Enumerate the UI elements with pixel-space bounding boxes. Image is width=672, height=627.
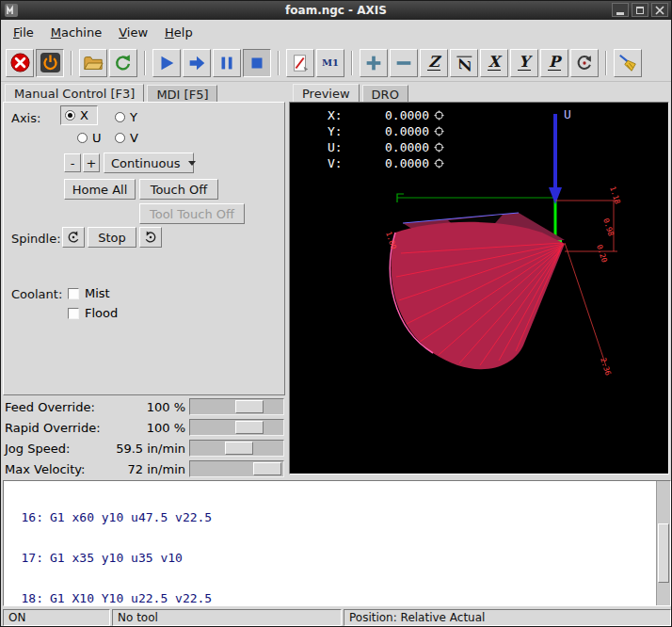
toolbar-separator — [144, 51, 146, 75]
radio-u-indicator — [77, 133, 88, 143]
zoom-in-button[interactable] — [360, 49, 388, 77]
homed-icon — [434, 142, 444, 153]
view-z-rotated-button[interactable]: Z — [450, 49, 478, 77]
zoom-in-icon — [363, 53, 384, 73]
view-z-button[interactable]: Z — [420, 49, 448, 77]
rotate-view-icon — [574, 53, 595, 73]
menu-file[interactable]: File — [5, 22, 42, 43]
estop-button[interactable] — [6, 49, 34, 77]
tab-preview[interactable]: Preview — [293, 84, 360, 104]
pause-button[interactable] — [213, 49, 241, 77]
zoom-out-button[interactable] — [390, 49, 418, 77]
maximize-icon — [636, 7, 644, 14]
clear-plot-button[interactable] — [614, 49, 642, 77]
view-y-button[interactable]: Y — [510, 49, 538, 77]
position-mode-status: Position: Relative Actual — [344, 609, 671, 626]
max-velocity-value: 72 in/min — [84, 462, 185, 476]
titlebar[interactable]: foam.ngc - AXIS — [1, 1, 671, 20]
flood-checkbox[interactable]: Flood — [68, 306, 118, 320]
view-p-button[interactable]: P — [540, 49, 568, 77]
svg-text:0.20: 0.20 — [595, 244, 609, 264]
rapid-override-slider[interactable] — [189, 419, 284, 436]
jog-mode-select[interactable]: Continuous — [104, 153, 194, 173]
rotate-view-button[interactable] — [570, 49, 599, 77]
axis-radio-y[interactable]: Y — [115, 110, 137, 124]
optional-stop-button[interactable]: M1 — [316, 49, 344, 77]
axis-radio-u[interactable]: U — [77, 131, 102, 145]
window-title: foam.ngc - AXIS — [1, 1, 671, 20]
menu-machine[interactable]: Machine — [42, 22, 110, 43]
open-file-button[interactable] — [79, 49, 107, 77]
gcode-text[interactable]: 16:G1 x60 y10 u47.5 v22.5 17:G1 x35 y10 … — [4, 481, 656, 605]
axis-window: foam.ngc - AXIS File Machine View Help — [0, 0, 672, 627]
axis-u-label: U — [564, 107, 571, 121]
tab-mdi[interactable]: MDI [F5] — [147, 85, 217, 103]
touch-off-button[interactable]: Touch Off — [139, 179, 218, 200]
stop-icon — [247, 53, 267, 73]
tab-manual-control[interactable]: Manual Control [F3] — [5, 84, 144, 104]
radio-v-indicator — [115, 133, 125, 143]
spindle-forward-button[interactable] — [139, 227, 162, 248]
pause-icon — [216, 53, 237, 73]
max-velocity-slider[interactable] — [189, 460, 284, 477]
reload-icon — [113, 53, 134, 73]
home-all-button[interactable]: Home All — [64, 179, 136, 200]
mist-checkbox-box — [68, 288, 79, 299]
reload-button[interactable] — [109, 49, 137, 77]
close-icon — [655, 6, 664, 15]
maximize-button[interactable] — [632, 3, 648, 17]
view-x-button[interactable]: X — [480, 49, 508, 77]
gcode-scrollbar-thumb[interactable] — [658, 523, 669, 583]
preview-canvas[interactable]: U 1.18 0.98 0.20 2.36 1.00 X:0.0000 Y:0.… — [289, 102, 669, 474]
statusbar: ON No tool Position: Relative Actual — [3, 609, 671, 626]
step-icon — [186, 53, 207, 73]
step-button[interactable] — [183, 49, 211, 77]
jog-minus-button[interactable]: - — [64, 153, 81, 172]
jog-speed-slider[interactable] — [189, 440, 284, 457]
open-folder-icon — [83, 53, 104, 73]
rapid-override-row: Rapid Override: 100 % — [1, 417, 285, 438]
jog-speed-handle[interactable] — [225, 442, 253, 455]
gcode-listing: 16:G1 x60 y10 u47.5 v22.5 17:G1 x35 y10 … — [3, 480, 671, 606]
spindle-label: Spindle: — [11, 232, 61, 246]
mist-checkbox[interactable]: Mist — [68, 286, 110, 300]
gcode-line[interactable]: 16:G1 x60 y10 u47.5 v22.5 — [15, 511, 656, 524]
tab-dro[interactable]: DRO — [362, 85, 408, 103]
gcode-line[interactable]: 17:G1 x35 y10 u35 v10 — [15, 552, 656, 565]
gcode-line[interactable]: 18:G1 X10 Y10 u22.5 v22.5 — [15, 592, 656, 605]
clear-plot-icon — [617, 53, 638, 73]
machine-power-button[interactable] — [36, 49, 64, 77]
feed-override-handle[interactable] — [235, 400, 264, 413]
power-icon — [40, 52, 61, 73]
coolant-label: Coolant: — [11, 287, 62, 301]
run-icon — [156, 53, 177, 73]
close-button[interactable] — [651, 3, 668, 17]
spindle-stop-button[interactable]: Stop — [88, 227, 136, 248]
tool-status: No tool — [112, 609, 342, 626]
max-velocity-handle[interactable] — [253, 462, 281, 475]
menu-view[interactable]: View — [110, 22, 156, 43]
skip-lines-icon — [290, 53, 311, 73]
zoom-out-icon — [393, 53, 414, 73]
axis-radio-x[interactable]: X — [60, 105, 98, 125]
rapid-override-handle[interactable] — [235, 421, 264, 434]
minimize-button[interactable] — [612, 3, 629, 17]
menu-help[interactable]: Help — [156, 22, 201, 43]
feed-override-slider[interactable] — [189, 398, 284, 415]
minimize-icon — [616, 12, 624, 15]
view-y-icon: Y — [518, 55, 530, 71]
dro-row-u: U:0.0000 — [328, 139, 444, 155]
estop-icon — [9, 52, 31, 73]
run-button[interactable] — [152, 49, 181, 77]
stop-button[interactable] — [243, 49, 271, 77]
gcode-scrollbar[interactable] — [656, 481, 670, 605]
skip-lines-button[interactable] — [286, 49, 314, 77]
window-icon — [5, 4, 18, 17]
feed-override-label: Feed Override: — [5, 400, 95, 414]
axis-radio-v[interactable]: V — [115, 131, 138, 145]
dro-row-y: Y:0.0000 — [328, 123, 444, 139]
spindle-reverse-button[interactable] — [62, 227, 85, 248]
view-p-icon: P — [548, 55, 561, 71]
toolbar-separator — [351, 51, 353, 75]
jog-plus-button[interactable]: + — [83, 153, 100, 172]
